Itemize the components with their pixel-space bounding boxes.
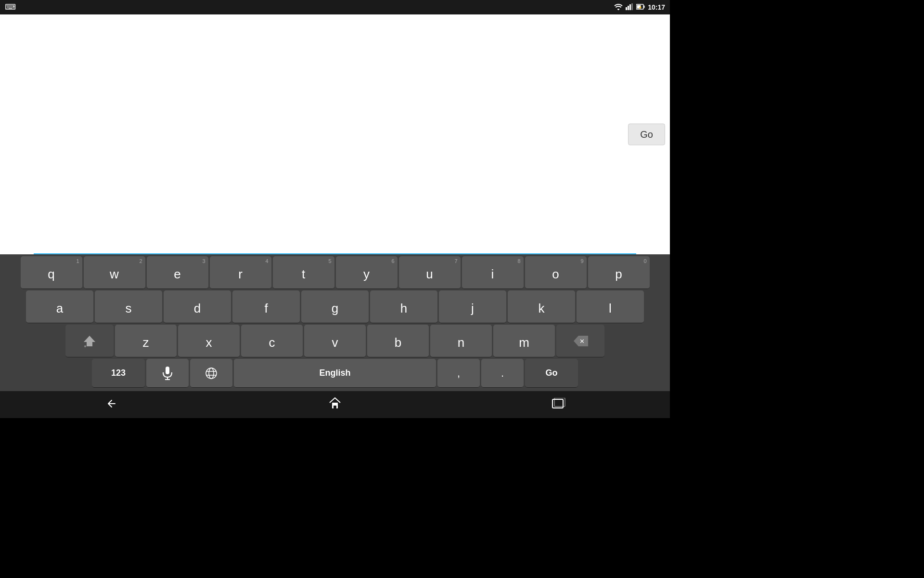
key-u[interactable]: 7 u <box>399 256 461 289</box>
svg-point-9 <box>84 345 86 347</box>
key-c-letter: c <box>269 335 275 350</box>
text-input[interactable] <box>0 14 670 253</box>
key-i[interactable]: 8 i <box>462 256 524 289</box>
svg-rect-2 <box>629 4 631 10</box>
key-h[interactable]: h <box>370 290 437 323</box>
key-h-letter: h <box>400 301 407 316</box>
key-y-letter: y <box>363 267 370 282</box>
key-b[interactable]: b <box>367 325 429 357</box>
key-p-num: 0 <box>643 258 646 264</box>
comma-label: , <box>457 367 460 380</box>
key-r[interactable]: 4 r <box>210 256 271 289</box>
svg-rect-5 <box>644 5 645 8</box>
key-n[interactable]: n <box>430 325 492 357</box>
key-q-letter: q <box>48 267 54 282</box>
key-e[interactable]: 3 e <box>147 256 208 289</box>
key-j-letter: j <box>471 301 474 316</box>
key-y[interactable]: 6 y <box>336 256 398 289</box>
key-o-letter: o <box>552 267 559 282</box>
svg-rect-3 <box>631 3 633 10</box>
backspace-key[interactable]: ✕ <box>556 325 604 357</box>
key-t-num: 5 <box>328 258 331 264</box>
key-r-letter: r <box>238 267 243 282</box>
svg-rect-1 <box>628 6 629 10</box>
numbers-label: 123 <box>111 368 126 378</box>
svg-rect-19 <box>334 406 336 408</box>
go-keyboard-button[interactable]: Go <box>525 359 578 388</box>
key-y-num: 6 <box>391 258 394 264</box>
svg-text:⚡: ⚡ <box>638 5 642 9</box>
key-b-letter: b <box>395 335 401 350</box>
key-g[interactable]: g <box>301 290 369 323</box>
key-p-letter: p <box>615 267 622 282</box>
key-l[interactable]: l <box>577 290 644 323</box>
home-button[interactable] <box>313 391 357 418</box>
key-z[interactable]: z <box>115 325 177 357</box>
comma-key[interactable]: , <box>437 359 480 388</box>
key-w-num: 2 <box>139 258 142 264</box>
key-i-letter: i <box>491 267 494 282</box>
go-button[interactable]: Go <box>628 124 665 145</box>
key-a-letter: a <box>56 301 63 316</box>
key-o[interactable]: 9 o <box>525 256 587 289</box>
key-w-letter: w <box>110 267 119 282</box>
key-t[interactable]: 5 t <box>273 256 334 289</box>
key-w[interactable]: 2 w <box>84 256 145 289</box>
keyboard: 1 q 2 w 3 e 4 r 5 t 6 y 7 u 8 i <box>0 254 670 391</box>
back-button[interactable] <box>90 392 133 418</box>
key-j[interactable]: j <box>439 290 506 323</box>
key-z-letter: z <box>143 335 149 350</box>
keyboard-row-4: 123 English , . <box>1 359 669 388</box>
key-v[interactable]: v <box>304 325 366 357</box>
svg-marker-8 <box>84 336 95 346</box>
key-u-letter: u <box>426 267 433 282</box>
key-q-num: 1 <box>76 258 79 264</box>
key-u-num: 7 <box>454 258 457 264</box>
microphone-key[interactable] <box>146 359 189 388</box>
svg-point-15 <box>209 368 214 379</box>
key-x[interactable]: x <box>178 325 240 357</box>
go-keyboard-label: Go <box>546 368 558 378</box>
key-e-num: 3 <box>202 258 205 264</box>
key-r-num: 4 <box>265 258 268 264</box>
key-s[interactable]: s <box>95 290 162 323</box>
status-time: 10:17 <box>648 3 665 11</box>
svg-text:✕: ✕ <box>579 338 585 345</box>
key-k[interactable]: k <box>508 290 575 323</box>
key-m-letter: m <box>519 335 529 350</box>
period-key[interactable]: . <box>481 359 524 388</box>
battery-icon: ⚡ <box>636 4 645 11</box>
svg-rect-11 <box>166 367 169 374</box>
key-i-num: 8 <box>517 258 520 264</box>
key-c[interactable]: c <box>241 325 303 357</box>
space-key[interactable]: English <box>234 359 436 388</box>
keyboard-row-3: z x c v b n m ✕ <box>1 325 669 357</box>
key-g-letter: g <box>332 301 338 316</box>
key-l-letter: l <box>609 301 612 316</box>
key-a[interactable]: a <box>26 290 93 323</box>
key-f-letter: f <box>264 301 268 316</box>
navigation-bar <box>0 391 670 418</box>
recents-button[interactable] <box>537 393 580 417</box>
key-f[interactable]: f <box>232 290 300 323</box>
period-label: . <box>501 367 504 380</box>
key-n-letter: n <box>458 335 464 350</box>
shift-key[interactable] <box>65 325 114 357</box>
key-e-letter: e <box>174 267 180 282</box>
key-v-letter: v <box>332 335 338 350</box>
keyboard-status-icon: ⌨ <box>5 2 16 12</box>
numbers-key[interactable]: 123 <box>92 359 145 388</box>
keyboard-row-2: a s d f g h j k l <box>1 290 669 323</box>
key-d[interactable]: d <box>164 290 231 323</box>
status-bar: ⌨ ⚡ 10:17 <box>0 0 670 14</box>
key-t-letter: t <box>302 267 305 282</box>
text-area[interactable]: Go <box>0 14 670 254</box>
key-m[interactable]: m <box>493 325 555 357</box>
key-d-letter: d <box>194 301 201 316</box>
svg-point-14 <box>206 368 217 379</box>
language-key[interactable] <box>190 359 232 388</box>
key-p[interactable]: 0 p <box>588 256 650 289</box>
key-q[interactable]: 1 q <box>21 256 82 289</box>
svg-rect-0 <box>626 7 627 10</box>
space-label: English <box>319 368 350 378</box>
